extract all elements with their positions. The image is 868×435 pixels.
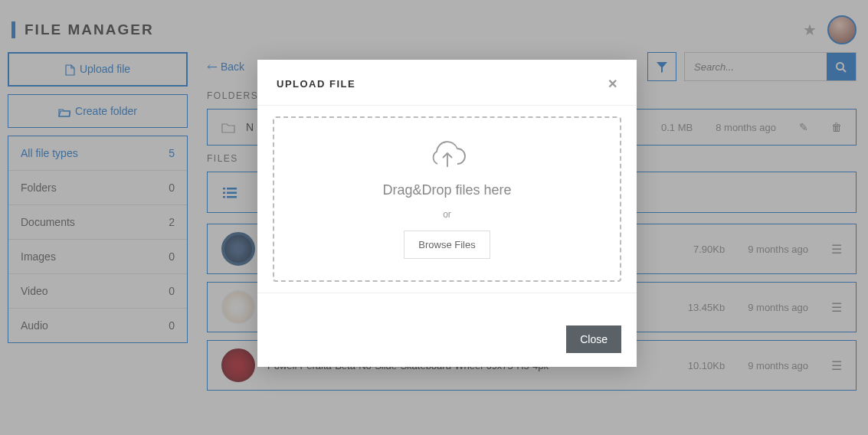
close-icon[interactable]: ✕ (608, 77, 617, 91)
drop-text: Drag&Drop files here (290, 182, 604, 198)
upload-modal: UPLOAD FILE ✕ Drag&Drop files here or Br… (257, 60, 637, 367)
modal-title: UPLOAD FILE (277, 78, 355, 90)
cloud-upload-icon (290, 141, 604, 170)
or-text: or (290, 209, 604, 220)
close-button[interactable]: Close (566, 325, 621, 353)
browse-files-button[interactable]: Browse Files (404, 231, 490, 259)
drop-zone[interactable]: Drag&Drop files here or Browse Files (273, 116, 621, 282)
